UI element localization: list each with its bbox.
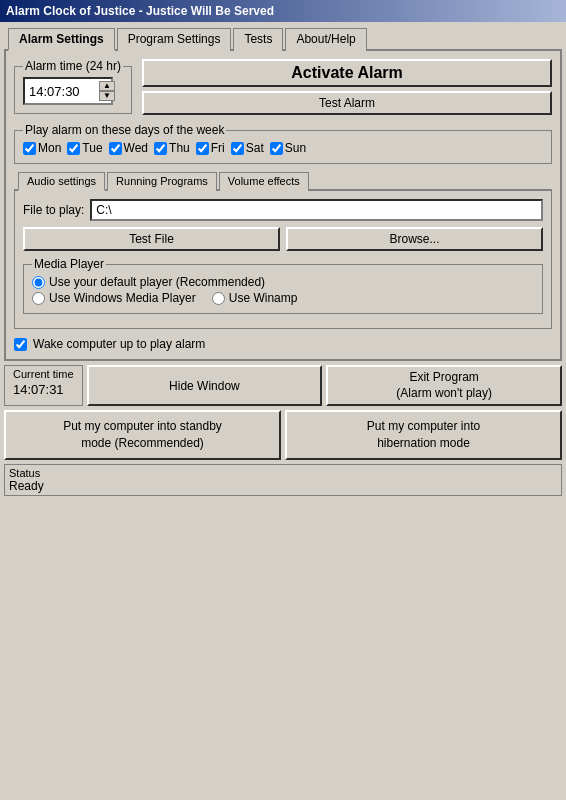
radio-default-player: Use your default player (Recommended) [32,275,534,289]
days-fieldset: Play alarm on these days of the week Mon… [14,123,552,164]
radio-winamp-input[interactable] [212,292,225,305]
checkbox-mon[interactable] [23,142,36,155]
test-browse-row: Test File Browse... [23,227,543,251]
tab-tests[interactable]: Tests [233,28,283,51]
radio-wmp: Use Windows Media Player [32,291,196,305]
tab-about-help[interactable]: About/Help [285,28,366,51]
status-value: Ready [9,479,557,493]
media-player-legend: Media Player [32,257,106,271]
current-time-group: Current time 14:07:31 [4,365,83,406]
checkbox-sat[interactable] [231,142,244,155]
status-label: Status [9,467,557,479]
day-tue: Tue [67,141,102,155]
label-winamp: Use Winamp [229,291,298,305]
file-path-input[interactable] [96,203,537,217]
day-mon: Mon [23,141,61,155]
exit-program-button[interactable]: Exit Program (Alarm won't play) [326,365,562,406]
days-row: Mon Tue Wed Thu Fri [23,141,543,155]
label-sun: Sun [285,141,306,155]
tab-program-settings[interactable]: Program Settings [117,28,232,51]
window-title: Alarm Clock of Justice - Justice Will Be… [6,4,274,18]
window-body: Alarm Settings Program Settings Tests Ab… [0,22,566,500]
right-buttons: Activate Alarm Test Alarm [142,59,552,115]
bottom-row1: Current time 14:07:31 Hide Window Exit P… [4,365,562,406]
title-bar: Alarm Clock of Justice - Justice Will Be… [0,0,566,22]
main-tab-bar: Alarm Settings Program Settings Tests Ab… [4,26,562,51]
bottom-row2: Put my computer into standby mode (Recom… [4,410,562,460]
bottom-area: Current time 14:07:31 Hide Window Exit P… [4,365,562,496]
spin-down-button[interactable]: ▼ [99,91,115,101]
sub-radio-row: Use Windows Media Player Use Winamp [32,291,534,307]
time-input-box: ▲ ▼ [23,77,113,105]
file-row: File to play: [23,199,543,221]
day-wed: Wed [109,141,148,155]
wake-computer-checkbox[interactable] [14,338,27,351]
checkbox-tue[interactable] [67,142,80,155]
spin-up-button[interactable]: ▲ [99,81,115,91]
current-time-legend: Current time [13,368,74,380]
wake-computer-label: Wake computer up to play alarm [33,337,205,351]
days-legend: Play alarm on these days of the week [23,123,226,137]
current-time-value: 14:07:31 [13,382,74,397]
wake-row: Wake computer up to play alarm [14,337,552,351]
tab-volume-effects[interactable]: Volume effects [219,172,309,191]
hide-window-button[interactable]: Hide Window [87,365,323,406]
alarm-time-fieldset: Alarm time (24 hr) ▲ ▼ [14,59,132,114]
radio-default[interactable] [32,276,45,289]
label-fri: Fri [211,141,225,155]
day-sat: Sat [231,141,264,155]
file-to-play-label: File to play: [23,203,84,217]
label-thu: Thu [169,141,190,155]
checkbox-sun[interactable] [270,142,283,155]
label-tue: Tue [82,141,102,155]
radio-wmp-input[interactable] [32,292,45,305]
checkbox-fri[interactable] [196,142,209,155]
checkbox-wed[interactable] [109,142,122,155]
test-file-button[interactable]: Test File [23,227,280,251]
day-fri: Fri [196,141,225,155]
label-mon: Mon [38,141,61,155]
inner-tab-bar: Audio settings Running Programs Volume e… [14,170,552,191]
file-input-box [90,199,543,221]
browse-button[interactable]: Browse... [286,227,543,251]
day-thu: Thu [154,141,190,155]
status-bar: Status Ready [4,464,562,496]
media-player-fieldset: Media Player Use your default player (Re… [23,257,543,314]
day-sun: Sun [270,141,306,155]
test-alarm-button[interactable]: Test Alarm [142,91,552,115]
spin-buttons: ▲ ▼ [99,81,115,101]
label-wmp: Use Windows Media Player [49,291,196,305]
tab-audio-settings[interactable]: Audio settings [18,172,105,191]
label-default-player: Use your default player (Recommended) [49,275,265,289]
label-wed: Wed [124,141,148,155]
checkbox-thu[interactable] [154,142,167,155]
main-content: Alarm time (24 hr) ▲ ▼ Activate Alarm Te… [4,51,562,361]
label-sat: Sat [246,141,264,155]
audio-settings-content: File to play: Test File Browse... Media … [14,191,552,329]
radio-winamp: Use Winamp [212,291,298,305]
alarm-time-row: Alarm time (24 hr) ▲ ▼ Activate Alarm Te… [14,59,552,115]
alarm-time-input[interactable] [29,84,97,99]
alarm-time-legend: Alarm time (24 hr) [23,59,123,73]
standby-button[interactable]: Put my computer into standby mode (Recom… [4,410,281,460]
tab-alarm-settings[interactable]: Alarm Settings [8,28,115,51]
activate-alarm-button[interactable]: Activate Alarm [142,59,552,87]
tab-running-programs[interactable]: Running Programs [107,172,217,191]
hibernate-button[interactable]: Put my computer into hibernation mode [285,410,562,460]
